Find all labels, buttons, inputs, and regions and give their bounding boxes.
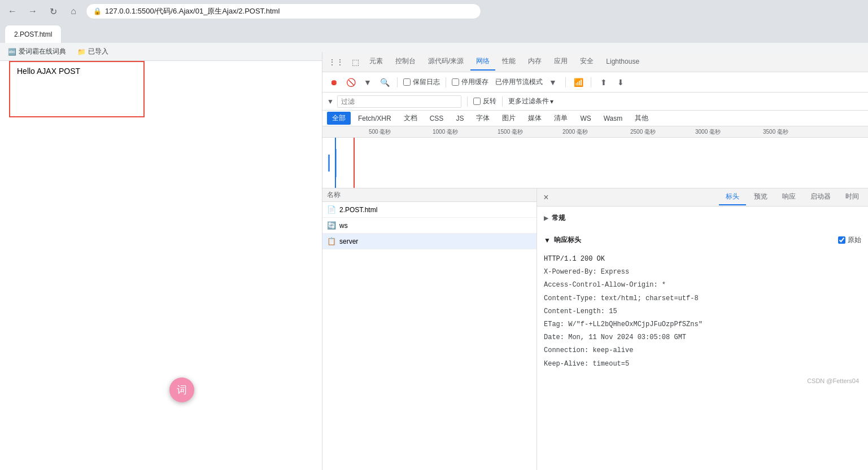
details-tabs: × 标头 预览 响应 启动器 时间 [537, 188, 868, 207]
tab-security[interactable]: 安全 [574, 54, 599, 71]
timeline[interactable]: 500 毫秒 1000 毫秒 1500 毫秒 2000 毫秒 2500 毫秒 3… [322, 126, 868, 188]
separator-filter2 [502, 96, 503, 107]
stop-recording-button[interactable]: ⏺ [327, 76, 341, 89]
response-headers-header: ▼ 响应标头 原始 [544, 233, 861, 247]
raw-label: 原始 [848, 235, 861, 245]
network-list: 名称 📄 2.POST.html 🔄 ws 📋 server [322, 188, 537, 470]
address-text: 127.0.0.1:5500/代码/6.Ajax/01_原生Ajax/2.POS… [105, 6, 280, 16]
device-toolbar-icon[interactable]: ⬚ [348, 54, 363, 71]
details-tab-response[interactable]: 响应 [775, 190, 802, 205]
invert-input[interactable] [473, 98, 481, 105]
invert-checkbox[interactable]: 反转 [473, 96, 496, 106]
details-tab-initiator[interactable]: 启动器 [804, 190, 838, 205]
http-connection: Connection: keep-alive [544, 344, 861, 357]
separator-filter [467, 96, 468, 107]
tab-console[interactable]: 控制台 [390, 54, 421, 71]
type-ws-button[interactable]: WS [575, 113, 596, 124]
watermark: CSDN @Fetters04 [537, 373, 868, 389]
throttle-label: 已停用节流模式 [495, 77, 543, 87]
type-wasm-button[interactable]: Wasm [599, 113, 628, 124]
type-js-button[interactable]: JS [451, 113, 469, 124]
network-list-header: 名称 [322, 188, 536, 202]
row-name-post-html: 2.POST.html [339, 206, 377, 214]
filter-icon[interactable]: ▼ [361, 76, 374, 89]
search-button[interactable]: 🔍 [378, 76, 391, 89]
row-name-ws: ws [339, 222, 348, 230]
network-row-post-html[interactable]: 📄 2.POST.html [322, 202, 536, 218]
http-access-control: Access-Control-Allow-Origin: * [544, 279, 861, 292]
address-bar[interactable]: 🔒 127.0.0.1:5500/代码/6.Ajax/01_原生Ajax/2.P… [86, 3, 481, 19]
type-manifest-button[interactable]: 清单 [549, 112, 573, 125]
page-content: Hello AJAX POST 词 [0, 52, 322, 470]
tab-sources[interactable]: 源代码/来源 [422, 54, 469, 71]
type-image-button[interactable]: 图片 [497, 112, 521, 125]
disable-cache-label: 停用缓存 [461, 77, 488, 87]
type-all-button[interactable]: 全部 [327, 112, 351, 125]
wifi-icon[interactable]: 📶 [572, 76, 585, 89]
general-section-header[interactable]: ▶ 常规 [544, 211, 861, 225]
type-doc-button[interactable]: 文档 [399, 112, 422, 125]
name-column-header: 名称 [327, 190, 341, 200]
type-fetch-xhr-button[interactable]: Fetch/XHR [353, 113, 396, 124]
tab-lighthouse[interactable]: Lighthouse [600, 54, 645, 71]
timeline-label-1000: 1000 毫秒 [433, 128, 458, 136]
tab-network[interactable]: 网络 [470, 54, 495, 71]
timeline-label-2500: 2500 毫秒 [630, 128, 656, 136]
devtools-tabs: ⋮⋮ ⬚ 元素 控制台 源代码/来源 网络 性能 内存 应用 安全 Lighth… [322, 52, 868, 72]
timeline-label-1500: 1500 毫秒 [498, 128, 523, 136]
tab-performance[interactable]: 性能 [496, 54, 521, 71]
details-panel: × 标头 预览 响应 启动器 时间 ▶ 常规 [537, 188, 868, 470]
download-icon[interactable]: ⬇ [614, 76, 627, 89]
preserve-log-label: 保留日志 [413, 77, 440, 87]
filter-input[interactable] [337, 95, 461, 108]
timeline-ruler: 500 毫秒 1000 毫秒 1500 毫秒 2000 毫秒 2500 毫秒 3… [322, 126, 868, 138]
preserve-log-checkbox[interactable]: 保留日志 [403, 77, 440, 87]
raw-checkbox-input[interactable] [838, 236, 845, 244]
back-button[interactable]: ← [5, 3, 20, 19]
inspect-icon[interactable]: ⋮⋮ [325, 54, 347, 71]
more-filters-button[interactable]: 更多过滤条件 ▾ [508, 96, 553, 106]
home-button[interactable]: ⌂ [66, 3, 81, 19]
http-keep-alive: Keep-Alive: timeout=5 [544, 358, 861, 371]
raw-toggle[interactable]: 原始 [838, 235, 861, 245]
close-details-button[interactable]: × [539, 191, 553, 204]
general-section-title: 常规 [552, 213, 565, 223]
disable-cache-input[interactable] [452, 78, 459, 86]
http-date: Date: Mon, 11 Nov 2024 03:05:08 GMT [544, 331, 861, 344]
network-row-server[interactable]: 📋 server [322, 234, 536, 249]
type-media-button[interactable]: 媒体 [523, 112, 547, 125]
http-status-line: HTTP/1.1 200 OK [544, 253, 861, 266]
reload-button[interactable]: ↻ [45, 3, 61, 19]
tab-elements[interactable]: 元素 [364, 54, 389, 71]
timeline-label-3500: 3500 毫秒 [763, 128, 788, 136]
response-headers-title[interactable]: ▼ 响应标头 [544, 235, 581, 245]
browser-tab[interactable]: 2.POST.html [5, 25, 62, 43]
separator-3 [565, 77, 566, 87]
details-tab-timing[interactable]: 时间 [839, 190, 866, 205]
details-tab-preview[interactable]: 预览 [747, 190, 774, 205]
throttle-dropdown[interactable]: ▼ [546, 76, 560, 89]
clear-button[interactable]: 🚫 [344, 76, 357, 89]
http-etag: ETag: W/"f-+LL2bQHheOxMCjpJFuOzpPfSZns" [544, 318, 861, 331]
response-headers-section: ▼ 响应标头 原始 [537, 230, 868, 251]
type-font-button[interactable]: 字体 [471, 112, 495, 125]
network-row-ws[interactable]: 🔄 ws [322, 218, 536, 234]
tab-application[interactable]: 应用 [548, 54, 573, 71]
separator-1 [397, 77, 398, 87]
preserve-log-input[interactable] [403, 78, 411, 86]
filter-bar: ▼ 反转 更多过滤条件 ▾ [322, 93, 868, 111]
tab-title: 2.POST.html [14, 30, 52, 38]
http-content-length: Content-Length: 15 [544, 305, 861, 318]
hello-box: Hello AJAX POST [9, 61, 145, 117]
timeline-bar-1 [328, 155, 330, 172]
details-tab-headers[interactable]: 标头 [719, 190, 746, 205]
upload-icon[interactable]: ⬆ [597, 76, 610, 89]
tab-memory[interactable]: 内存 [522, 54, 547, 71]
http-powered-by: X-Powered-By: Express [544, 266, 861, 279]
disable-cache-checkbox[interactable]: 停用缓存 [452, 77, 488, 87]
type-other-button[interactable]: 其他 [630, 112, 653, 125]
type-css-button[interactable]: CSS [425, 113, 449, 124]
hello-text: Hello AJAX POST [17, 67, 137, 76]
forward-button[interactable]: → [25, 3, 41, 19]
translator-badge[interactable]: 词 [169, 377, 194, 402]
